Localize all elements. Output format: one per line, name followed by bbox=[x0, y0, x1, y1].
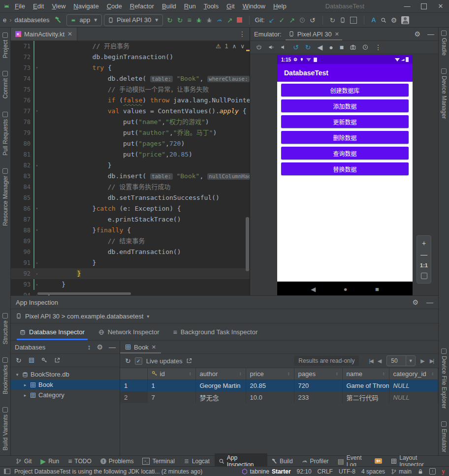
column-header-category_id[interactable]: category_id↕ bbox=[389, 368, 438, 380]
close-button[interactable]: ✕ bbox=[432, 0, 449, 12]
sidebar-item-commit[interactable]: Commit bbox=[2, 71, 9, 98]
apply-changes-icon[interactable]: ↻ bbox=[177, 17, 183, 24]
first-page-icon[interactable]: |◀ bbox=[369, 358, 372, 364]
column-header-price[interactable]: price↕ bbox=[246, 368, 294, 380]
gear-icon[interactable]: ⚙ bbox=[414, 31, 420, 37]
power-icon[interactable] bbox=[256, 44, 262, 50]
column-header-name[interactable]: name↕ bbox=[342, 368, 389, 380]
build-hammer-icon[interactable] bbox=[54, 16, 62, 24]
app-button[interactable]: 创建数据库 bbox=[281, 84, 409, 96]
maximize-button[interactable] bbox=[416, 0, 432, 12]
fit-screen-icon[interactable] bbox=[421, 273, 427, 279]
camera-icon[interactable] bbox=[350, 44, 356, 50]
profile-avatar-icon[interactable] bbox=[401, 16, 409, 24]
export-icon[interactable] bbox=[54, 357, 60, 363]
zoom-in-icon[interactable]: + bbox=[422, 240, 426, 247]
zoom-reset-button[interactable]: 1:1 bbox=[420, 262, 428, 268]
more-icon[interactable]: ⋮ bbox=[375, 44, 382, 51]
tree-item-book[interactable]: ▸Book bbox=[11, 380, 120, 390]
push-icon[interactable]: ↗ bbox=[289, 17, 295, 24]
overview-icon[interactable]: ■ bbox=[340, 44, 344, 51]
table-tab-book[interactable]: Book ✕ bbox=[120, 341, 161, 353]
nav-home-icon[interactable]: ● bbox=[344, 286, 348, 292]
rollback-icon[interactable]: ↺ bbox=[310, 17, 316, 24]
sdk-manager-icon[interactable]: ↓ bbox=[350, 17, 357, 24]
sidebar-item-device-manager[interactable]: Device Manager bbox=[441, 68, 448, 119]
prev-warning-icon[interactable]: ∧ bbox=[232, 43, 236, 50]
menu-run[interactable]: Run bbox=[181, 1, 199, 11]
run-configuration-select[interactable]: app ▼ bbox=[66, 14, 102, 26]
chevron-right-icon[interactable]: ▸ bbox=[23, 382, 28, 387]
toolwindow-terminal[interactable]: >_Terminal bbox=[138, 457, 178, 466]
sidebar-item-device-file-explorer[interactable]: Device File Explorer bbox=[441, 349, 448, 409]
menu-tools[interactable]: Tools bbox=[200, 1, 222, 11]
sidebar-item-resource-manager[interactable]: Resource Manager bbox=[2, 168, 9, 226]
tab-background-task-inspector[interactable]: ≡Background Task Inspector bbox=[168, 325, 263, 340]
column-header-author[interactable]: author↕ bbox=[195, 368, 246, 380]
home-icon[interactable]: ● bbox=[329, 44, 333, 51]
column-header-pages[interactable]: pages↕ bbox=[294, 368, 342, 380]
menu-view[interactable]: View bbox=[48, 1, 69, 11]
menu-navigate[interactable]: Navigate bbox=[70, 1, 102, 11]
attach-debugger-icon[interactable] bbox=[206, 17, 212, 23]
refresh-icon[interactable]: ↻ bbox=[125, 357, 131, 364]
phone-screen[interactable]: 1:15 ⚙ DatabaseTest 创建数据库添加数据更新数据删除数据查询数… bbox=[277, 55, 413, 296]
editor-body[interactable]: 71// 开启事务72db.beginTransaction()73▾try {… bbox=[11, 41, 250, 296]
rerun-icon[interactable]: ↻ bbox=[167, 17, 173, 24]
fold-marker[interactable]: ▾ bbox=[33, 203, 40, 214]
tab-network-inspector[interactable]: Network Inspector bbox=[94, 325, 164, 340]
history-icon[interactable] bbox=[299, 17, 305, 23]
update-icon[interactable]: ↙ bbox=[269, 17, 275, 24]
menu-code[interactable]: Code bbox=[103, 1, 126, 11]
prev-page-icon[interactable]: ◀ bbox=[378, 358, 382, 364]
sort-icon[interactable]: ↕ bbox=[432, 371, 434, 376]
table-row[interactable]: 11George Martin20.85720Game of ThronesNU… bbox=[120, 380, 438, 391]
live-updates-checkbox[interactable]: ✓ bbox=[135, 357, 142, 365]
volume-down-icon[interactable] bbox=[281, 44, 287, 50]
hide-icon[interactable]: — bbox=[109, 344, 116, 350]
menu-edit[interactable]: Edit bbox=[30, 1, 47, 11]
next-page-icon[interactable]: ▶ bbox=[420, 358, 424, 364]
profile-icon[interactable] bbox=[217, 17, 223, 23]
device-manager-icon[interactable] bbox=[340, 17, 346, 23]
chevron-down-icon[interactable]: ▾ bbox=[15, 372, 20, 377]
sidebar-item-emulator[interactable]: Emulator bbox=[441, 421, 448, 452]
editor-tab-mainactivity[interactable]: K MainActivity.kt ✕ bbox=[11, 28, 77, 40]
close-tab-icon[interactable]: ✕ bbox=[335, 31, 339, 37]
fold-marker[interactable]: ▴ bbox=[33, 268, 40, 279]
open-query-icon[interactable] bbox=[29, 357, 34, 363]
app-button[interactable]: 查询数据 bbox=[281, 147, 409, 159]
menu-file[interactable]: File bbox=[11, 1, 29, 11]
hide-panel-icon[interactable]: — bbox=[426, 299, 433, 306]
breadcrumb[interactable]: databasetes bbox=[15, 16, 50, 24]
sort-icon[interactable]: ↕ bbox=[239, 371, 242, 376]
tree-item-bookstore-db[interactable]: ▾BookStore.db bbox=[11, 369, 120, 380]
menu-window[interactable]: Window bbox=[239, 1, 269, 11]
horizontal-scrollbar[interactable] bbox=[37, 292, 131, 295]
notifications-icon[interactable]: ! bbox=[429, 468, 436, 475]
toolwindow-build[interactable]: Build bbox=[267, 457, 297, 466]
debug-icon[interactable] bbox=[196, 17, 202, 23]
zoom-out-icon[interactable]: — bbox=[420, 251, 427, 258]
sidebar-item-project[interactable]: Project bbox=[2, 32, 9, 58]
status-message[interactable]: Project DatabaseTest is using the follow… bbox=[14, 468, 202, 475]
close-tab-icon[interactable]: ✕ bbox=[67, 31, 72, 37]
toolwindow-problems[interactable]: !Problems bbox=[96, 457, 138, 466]
sidebar-item-structure[interactable]: Structure bbox=[2, 313, 9, 345]
search-icon[interactable] bbox=[381, 17, 386, 23]
toolwindow-toggle-icon[interactable] bbox=[4, 469, 10, 474]
stop-icon[interactable] bbox=[237, 17, 242, 23]
next-warning-icon[interactable]: ∨ bbox=[240, 43, 245, 50]
column-header-id[interactable]: id↕ bbox=[147, 368, 195, 380]
hide-panel-icon[interactable]: — bbox=[427, 31, 434, 37]
process-selector[interactable]: Pixel API 30 > com.example.databasetest … bbox=[11, 309, 438, 323]
emulator-tab[interactable]: Pixel API 30 ✕ bbox=[286, 28, 342, 40]
app-button[interactable]: 删除数据 bbox=[281, 131, 409, 144]
last-page-icon[interactable]: ▶| bbox=[430, 358, 433, 364]
rotate-left-icon[interactable]: ↺ bbox=[293, 44, 299, 51]
chevron-right-icon[interactable]: ▸ bbox=[23, 393, 28, 398]
toolwindow-logcat[interactable]: Logcat bbox=[180, 457, 214, 466]
app-button[interactable]: 添加数据 bbox=[281, 99, 409, 112]
gradle-sync-icon[interactable]: ↻ bbox=[330, 17, 336, 24]
editor-options-icon[interactable]: ⋮ bbox=[239, 31, 246, 37]
